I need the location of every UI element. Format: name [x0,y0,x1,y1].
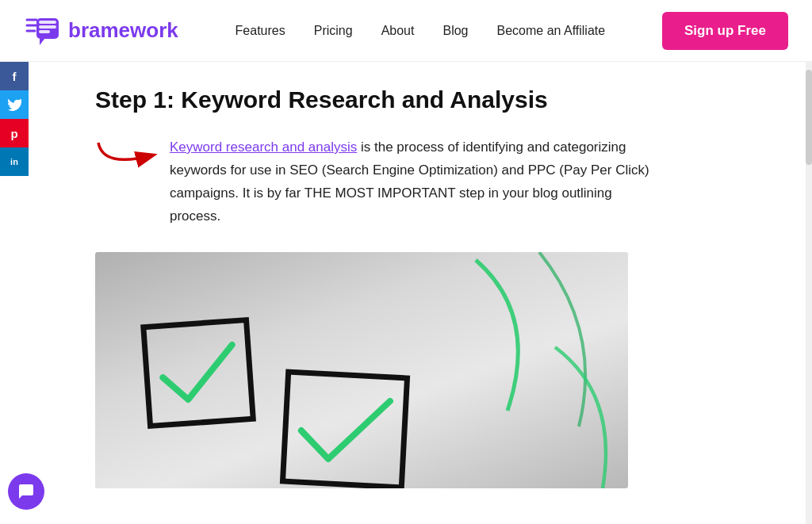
logo-icon [24,12,62,50]
keyword-research-link[interactable]: Keyword research and analysis [170,140,357,155]
article-body: Step 1: Keyword Research and Analysis Ke… [48,62,698,512]
intro-text: Keyword research and analysis is the pro… [170,136,666,228]
logo-text: bramework [68,18,178,43]
twitter-share-button[interactable] [0,90,29,119]
nav-link-about[interactable]: About [381,24,415,37]
logo[interactable]: bramework [24,12,178,50]
checklist-image-inner [95,252,628,488]
svg-rect-4 [39,21,56,24]
nav-link-blog[interactable]: Blog [442,24,468,37]
scrollbar[interactable] [806,62,812,524]
red-arrow-icon [95,138,159,168]
svg-rect-9 [144,319,253,426]
green-swish-lines [95,252,628,488]
svg-marker-7 [40,39,44,45]
navbar: bramework Features Pricing About Blog Be… [0,0,812,62]
nav-links: Features Pricing About Blog Become an Af… [236,24,606,38]
svg-rect-5 [39,25,56,29]
nav-item-blog[interactable]: Blog [442,24,468,38]
nav-link-affiliate[interactable]: Become an Affiliate [496,24,605,37]
nav-link-features[interactable]: Features [236,24,285,37]
scroll-thumb[interactable] [806,70,812,165]
chat-bubble-icon [17,482,36,501]
main-content: f p in Step 1: Keyword Research and Anal… [0,62,812,512]
nav-item-about[interactable]: About [381,24,415,38]
pinterest-share-button[interactable]: p [0,119,29,147]
social-sidebar: f p in [0,62,29,176]
step-title: Step 1: Keyword Research and Analysis [95,86,666,114]
nav-item-affiliate[interactable]: Become an Affiliate [496,24,605,38]
svg-rect-6 [39,30,50,33]
facebook-share-button[interactable]: f [0,62,29,90]
nav-item-features[interactable]: Features [236,24,285,38]
nav-item-pricing[interactable]: Pricing [314,24,353,38]
signup-button[interactable]: Sign up Free [662,12,788,50]
checklist-image [95,252,628,488]
nav-link-pricing[interactable]: Pricing [314,24,353,37]
intro-paragraph: Keyword research and analysis is the pro… [95,136,666,228]
linkedin-share-button[interactable]: in [0,147,29,176]
chat-bubble-button[interactable] [8,473,44,510]
twitter-icon [7,98,21,111]
